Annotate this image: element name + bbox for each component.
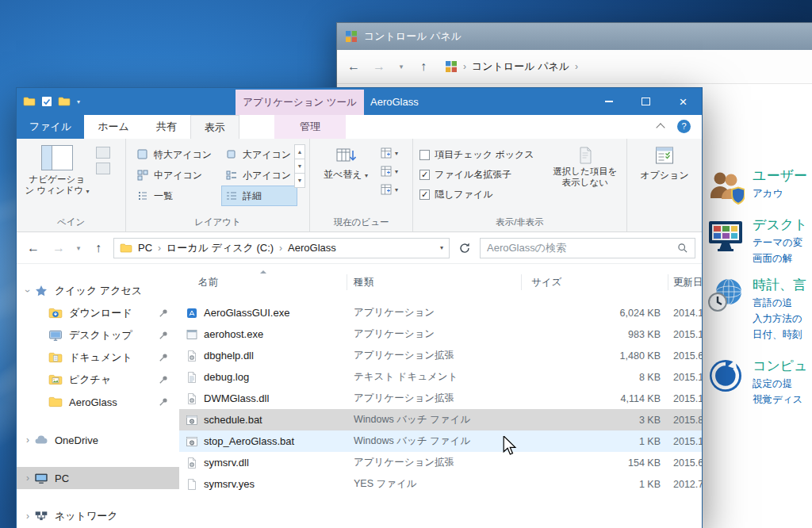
gallery-down-icon[interactable]: ▼ <box>294 159 305 174</box>
gallery-up-icon[interactable]: ▲ <box>294 144 305 159</box>
explorer-titlebar[interactable]: ▾ アプリケーション ツール AeroGlass × <box>17 88 702 115</box>
chevron-right-icon[interactable]: › <box>21 434 34 446</box>
sidebar-item[interactable]: AeroGlass <box>17 391 179 413</box>
category-link[interactable]: 視覚ディス <box>753 392 808 407</box>
layout-option[interactable]: 中アイコン <box>132 165 221 186</box>
file-row[interactable]: debug.logテキスト ドキュメント8 KB2015.11 <box>179 366 702 388</box>
category-link[interactable]: アカウ <box>753 186 807 201</box>
file-row[interactable]: symsrv.yesYES ファイル1 KB2012.7.2 <box>179 473 702 495</box>
category-link[interactable]: テーマの変 <box>753 235 808 251</box>
ribbon-checkbox[interactable]: 項目チェック ボックス <box>419 148 534 162</box>
tab-view[interactable]: 表示 <box>190 115 239 139</box>
file-row[interactable]: dbghelp.dllアプリケーション拡張1,480 KB2015.6.2 <box>179 345 702 366</box>
recent-locations-chevron-icon[interactable]: ▾ <box>74 244 83 252</box>
sidebar-item-label: デスクトップ <box>69 328 132 342</box>
ribbon-tab-bar: ファイル ホーム 共有 表示 管理 ? <box>17 115 702 139</box>
category-link[interactable]: 言語の追 <box>753 295 806 311</box>
help-icon[interactable]: ? <box>677 120 691 133</box>
back-icon[interactable]: ← <box>347 59 361 74</box>
file-row[interactable]: DWMGlass.dllアプリケーション拡張4,114 KB2015.11 <box>179 388 702 409</box>
breadcrumb-item[interactable]: PC <box>138 242 152 254</box>
navigation-pane-button[interactable]: ナビゲーショ ン ウィンドウ ▾ <box>23 145 91 197</box>
search-input[interactable]: AeroGlassの検索 <box>480 238 695 258</box>
file-list: 名前 種類 サイズ 更新日 AeroGlassGUI.exeアプリケーション6,… <box>179 264 702 528</box>
breadcrumb-item[interactable]: ローカル ディスク (C:) <box>167 241 274 255</box>
file-row[interactable]: aerohost.exeアプリケーション983 KB2015.10 <box>179 323 702 345</box>
checkbox-icon[interactable] <box>419 150 430 160</box>
checkbox-icon[interactable]: ✓ <box>419 189 430 200</box>
file-row[interactable]: schedule.batWindows バッチ ファイル3 KB2015.8.2 <box>179 409 702 430</box>
column-header-type[interactable]: 種類 <box>347 274 522 290</box>
tab-file[interactable]: ファイル <box>17 115 84 139</box>
breadcrumb-item[interactable]: コントロール パネル <box>472 59 569 74</box>
layout-option[interactable]: 特大アイコン <box>132 144 221 165</box>
sidebar-item[interactable]: ›PC <box>17 467 179 489</box>
size-columns-button[interactable]: ▾ <box>380 165 398 178</box>
address-dropdown-chevron-icon[interactable]: ▾ <box>440 244 443 251</box>
category-link[interactable]: 設定の提 <box>753 376 808 392</box>
column-header-size[interactable]: サイズ <box>522 274 668 290</box>
details-pane-icon[interactable] <box>96 163 110 174</box>
tab-home[interactable]: ホーム <box>84 115 143 139</box>
sidebar-item[interactable]: ドキュメント <box>17 346 179 369</box>
file-row[interactable]: AeroGlassGUI.exeアプリケーション6,024 KB2014.12 <box>179 302 702 323</box>
new-folder-icon[interactable] <box>58 95 71 108</box>
properties-check-icon[interactable] <box>40 95 53 108</box>
address-box[interactable]: PC›ローカル ディスク (C:)›AeroGlass ▾ <box>113 238 450 258</box>
forward-icon[interactable]: → <box>372 59 386 74</box>
search-icon[interactable] <box>677 243 688 254</box>
preview-pane-icon[interactable] <box>96 147 110 159</box>
chevron-down-icon[interactable]: › <box>22 285 33 297</box>
tab-share[interactable]: 共有 <box>143 115 190 139</box>
file-row[interactable]: symsrv.dllアプリケーション拡張154 KB2015.6.2 <box>179 452 702 473</box>
collapse-ribbon-icon[interactable] <box>656 123 665 132</box>
hide-selected-items-button[interactable]: 選択した項目を 表示しない <box>549 145 622 201</box>
column-header-date[interactable]: 更新日 <box>668 274 702 290</box>
ribbon-checkbox[interactable]: ✓隠しファイル <box>419 188 534 201</box>
category-link[interactable]: 入力方法の <box>753 311 806 327</box>
chevron-down-icon[interactable]: ▾ <box>397 63 405 71</box>
back-icon[interactable]: ← <box>23 241 44 255</box>
checkbox-icon[interactable]: ✓ <box>419 170 430 180</box>
sidebar-item[interactable]: デスクトップ <box>17 324 179 346</box>
column-header-name[interactable]: 名前 <box>179 274 347 290</box>
gallery-more-icon[interactable]: ▼ <box>294 173 305 188</box>
sort-by-button[interactable]: 並べ替え ▾ <box>316 145 375 196</box>
minimize-button[interactable] <box>590 88 627 115</box>
up-icon[interactable]: ↑ <box>416 59 431 74</box>
breadcrumb[interactable]: › コントロール パネル › <box>445 59 578 74</box>
close-button[interactable]: × <box>665 88 702 115</box>
sidebar-item[interactable]: ダウンロード <box>17 302 179 324</box>
refresh-icon[interactable] <box>454 242 475 254</box>
ease-of-access-icon <box>707 357 745 407</box>
up-icon[interactable]: ↑ <box>88 241 109 255</box>
maximize-button[interactable] <box>627 88 665 115</box>
layout-option[interactable]: 大アイコン <box>221 144 297 165</box>
layout-option[interactable]: 詳細 <box>221 186 297 206</box>
add-columns-button[interactable]: ▾ <box>380 147 398 159</box>
sidebar-item[interactable]: ピクチャ <box>17 369 179 391</box>
folder-icon[interactable] <box>23 95 36 108</box>
category-title[interactable]: 時計、言 <box>753 276 806 295</box>
file-row[interactable]: stop_AeroGlass.batWindows バッチ ファイル1 KB20… <box>179 430 702 452</box>
breadcrumb-item[interactable]: AeroGlass <box>288 242 336 254</box>
layout-option[interactable]: 一覧 <box>132 186 221 206</box>
sidebar-item[interactable]: ›OneDrive <box>17 429 179 451</box>
sidebar-item[interactable]: ›ネットワーク <box>17 505 179 527</box>
sidebar-item[interactable]: ›クイック アクセス <box>17 280 179 302</box>
control-panel-titlebar[interactable]: コントロール パネル <box>337 23 812 50</box>
customize-toolbar-chevron-icon[interactable]: ▾ <box>77 98 80 105</box>
category-title[interactable]: ユーザー <box>753 166 807 186</box>
chevron-right-icon[interactable]: › <box>21 511 34 522</box>
options-button[interactable]: オプション <box>627 139 702 182</box>
category-title[interactable]: コンピュ <box>753 357 808 376</box>
chevron-right-icon[interactable]: › <box>21 473 34 484</box>
category-link[interactable]: 日付、時刻 <box>753 327 806 342</box>
ribbon-checkbox[interactable]: ✓ファイル名拡張子 <box>419 168 534 182</box>
category-title[interactable]: デスクト <box>753 216 808 235</box>
group-by-button[interactable]: ▾ <box>380 183 398 196</box>
tab-manage[interactable]: 管理 <box>274 115 346 139</box>
layout-option[interactable]: 小アイコン <box>221 165 297 186</box>
category-link[interactable]: 画面の解 <box>753 251 808 266</box>
forward-icon[interactable]: → <box>48 241 69 255</box>
